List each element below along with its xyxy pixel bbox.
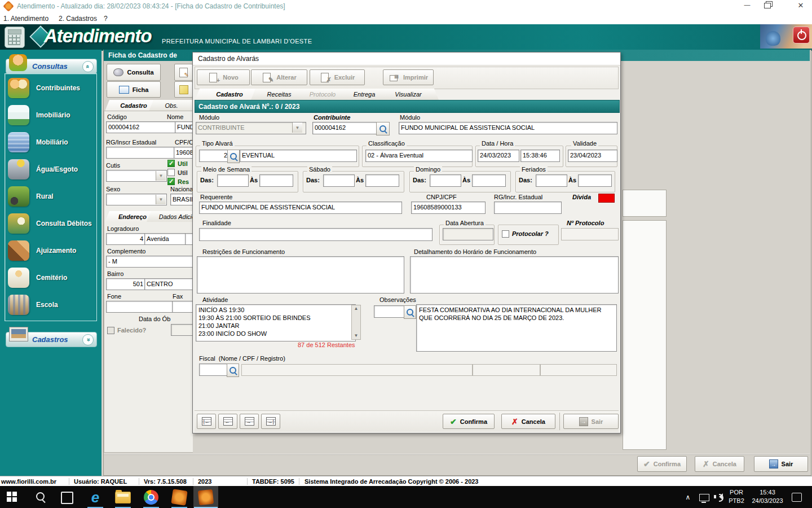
complemento-field[interactable]: - M (106, 256, 196, 268)
taskbar-search-icon[interactable] (35, 491, 46, 502)
file-explorer-icon[interactable] (115, 492, 131, 503)
sidebar-item-escola[interactable]: Escola (8, 292, 95, 318)
dialog-titlebar[interactable]: Cadastro de Alvarás (193, 52, 620, 65)
tractor-icon (8, 186, 29, 207)
tipo-alvara-num-field[interactable]: 2 (199, 150, 230, 162)
observacoes-textarea[interactable]: FESTA COMEMORATIVA AO DIA INTERNACIONAL … (416, 304, 617, 352)
nav-next-button[interactable]: → (240, 414, 259, 429)
tray-chevron-up-icon[interactable]: ∧ (683, 493, 692, 502)
speaker-icon[interactable] (714, 492, 724, 501)
sabado-das-field[interactable] (323, 174, 355, 187)
validade-field[interactable]: 23/04/2023 (568, 150, 617, 162)
observacoes-search-icon[interactable] (404, 305, 416, 319)
sidebar-item-ajuizamento[interactable]: Ajuizamento (8, 238, 95, 264)
menu-atendimento[interactable]: 1. Atendimento (3, 15, 48, 23)
sidebar-item-consulta-debitos[interactable]: Consulta Débitos (8, 211, 95, 237)
network-icon[interactable] (699, 494, 709, 501)
start-button[interactable] (7, 492, 17, 502)
fiscal-code-field[interactable] (199, 364, 228, 376)
atividade-scrollbar[interactable]: ▲ ▼ (351, 305, 361, 340)
excluir-button[interactable]: ✗ Excluir (310, 69, 365, 85)
contribuinte-search-icon[interactable] (376, 122, 390, 135)
util-checkbox-1[interactable] (167, 160, 175, 167)
dialog-tab-visualizar[interactable]: Visualizar (378, 89, 439, 100)
logradouro-num-field[interactable]: 4 (106, 233, 145, 245)
sidebar-item-contribuintes[interactable]: Contribuintes (8, 75, 95, 101)
sidebar-item-agua-esgoto[interactable]: Água/Esgoto (8, 156, 95, 182)
menu-cadastros[interactable]: 2. Cadastros (59, 15, 97, 23)
ficha-sair-button[interactable]: → Sair (754, 456, 808, 472)
codigo-field[interactable]: 000004162 (106, 121, 176, 133)
data-field[interactable]: 24/03/2023 (478, 150, 519, 162)
fiscal-search-icon[interactable] (227, 364, 239, 377)
dialog-confirma-button[interactable]: ✔ Confirma (443, 414, 495, 429)
collapse-consultas-icon[interactable]: « (82, 61, 94, 72)
chevron-down-icon[interactable]: ▼ (156, 171, 166, 181)
sidebar-item-mobiliario[interactable]: Mobiliário (8, 129, 95, 155)
close-button[interactable]: ✕ (792, 1, 809, 11)
novo-button[interactable]: + Novo (197, 69, 250, 85)
sidebar-item-cemiterio[interactable]: Cemitério (8, 265, 95, 291)
maximize-button[interactable] (764, 3, 771, 8)
domingo-das-field[interactable] (430, 174, 461, 187)
expand-cadastros-icon[interactable]: « (82, 334, 94, 345)
modulo1-label: Módulo (199, 114, 219, 121)
falecido-checkbox[interactable] (107, 327, 114, 334)
fiorilli-app-icon[interactable] (171, 489, 187, 505)
rg-incr-field[interactable] (494, 202, 562, 214)
alterar-button[interactable]: ✎ Alterar (251, 69, 307, 85)
tray-language[interactable]: POR PTB2 (726, 488, 747, 505)
fone-field[interactable] (106, 301, 174, 313)
res-checkbox[interactable] (167, 178, 175, 185)
finalidade-field[interactable] (199, 228, 433, 241)
detalhamento-textarea[interactable] (410, 256, 619, 294)
domingo-as-field[interactable] (472, 174, 506, 187)
restricoes-textarea[interactable] (197, 256, 404, 294)
sabado-as-field[interactable] (365, 174, 399, 187)
nav-first-button[interactable]: |← (197, 414, 216, 429)
rg-estadual-field[interactable] (106, 147, 175, 159)
sidebar-item-rural[interactable]: Rural (8, 183, 95, 209)
chevron-down-icon[interactable]: ▼ (156, 195, 166, 204)
ie-icon[interactable]: e (86, 488, 105, 506)
cnpj-field[interactable]: 19608589000133 (411, 202, 486, 214)
dialog-cancela-button[interactable]: ✗ Cancela (501, 414, 555, 429)
consulta-button[interactable]: Consulta (107, 64, 161, 81)
dialog-sair-button[interactable]: → Sair (563, 414, 619, 429)
alterar-partial-button[interactable]: ✎ (174, 64, 193, 81)
ficha-button[interactable]: Ficha (107, 81, 161, 98)
ficha-cancela-button[interactable]: ✗ Cancela (695, 456, 744, 472)
menu-help[interactable]: ? (104, 15, 108, 23)
sidebar-item-imobiliario[interactable]: Imobiliário (8, 102, 95, 128)
nav-last-button[interactable]: →| (261, 414, 280, 429)
notification-center-icon[interactable] (792, 493, 802, 502)
imprimir-button[interactable]: ▤ Imprimir (383, 69, 434, 85)
bairro-field[interactable]: CENTRO (144, 278, 197, 290)
requerente-field[interactable]: FUNDO MUNICIPAL DE ASSISTENCIA SOCIAL (199, 202, 402, 214)
minimize-button[interactable]: — (739, 1, 756, 11)
bairro-num-field[interactable]: 501 (106, 278, 145, 290)
hora-field[interactable]: 15:38:46 (520, 150, 560, 162)
util-checkbox-2[interactable] (167, 169, 175, 176)
protocolar-checkbox[interactable] (502, 230, 509, 238)
obs-partial-button[interactable] (174, 81, 193, 98)
sexo-select[interactable]: ▼ (106, 194, 167, 205)
chrome-icon[interactable] (144, 490, 158, 505)
contribuinte-field[interactable]: 000004162 (312, 122, 378, 134)
atividade-textarea[interactable]: INICÍO AS 19:30 19:30 ÀS 21:00 SORTEIO D… (196, 304, 356, 341)
status-url[interactable]: www.fiorilli.com.br (1, 478, 56, 485)
observacoes-code-field[interactable] (374, 305, 405, 318)
power-off-icon[interactable] (793, 27, 810, 43)
feriados-as-field[interactable] (578, 174, 612, 187)
ficha-confirma-button[interactable]: ✔ Confirma (637, 456, 687, 472)
active-app-tile[interactable] (193, 486, 218, 508)
tipo-alvara-search-icon[interactable] (227, 150, 240, 163)
meio-as-field[interactable] (259, 174, 293, 187)
task-view-icon[interactable] (61, 492, 73, 504)
logradouro-tipo-field[interactable]: Avenida (144, 233, 187, 245)
feriados-das-field[interactable] (536, 174, 567, 187)
nav-prev-button[interactable]: ← (218, 414, 237, 429)
cutis-select[interactable]: ▼ (106, 170, 167, 182)
meio-das-field[interactable] (217, 174, 249, 187)
tray-clock[interactable]: 15:43 24/03/2023 (749, 488, 786, 505)
